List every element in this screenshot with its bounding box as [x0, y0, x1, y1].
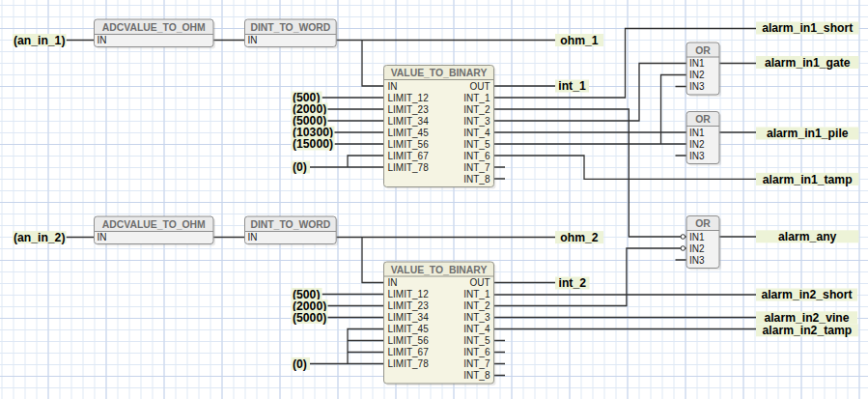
- svg-text:IN1: IN1: [689, 128, 705, 138]
- svg-text:OUT: OUT: [469, 81, 490, 92]
- svg-text:IN3: IN3: [689, 151, 705, 161]
- svg-text:alarm_in1_pile: alarm_in1_pile: [767, 127, 849, 140]
- svg-text:(5000): (5000): [293, 311, 326, 325]
- svg-text:int_1: int_1: [558, 79, 586, 93]
- svg-text:(0): (0): [293, 160, 307, 174]
- svg-text:OR: OR: [695, 114, 711, 125]
- svg-text:LIMIT_12: LIMIT_12: [388, 93, 430, 103]
- svg-text:LIMIT_45: LIMIT_45: [388, 128, 430, 138]
- svg-text:INT_6: INT_6: [463, 347, 490, 357]
- svg-text:IN2: IN2: [689, 243, 705, 254]
- svg-text:IN3: IN3: [689, 255, 705, 266]
- svg-text:LIMIT_34: LIMIT_34: [388, 312, 430, 323]
- svg-text:VALUE_TO_BINARY: VALUE_TO_BINARY: [391, 68, 488, 78]
- svg-text:INT_1: INT_1: [463, 93, 490, 103]
- svg-text:INT_4: INT_4: [463, 324, 490, 334]
- svg-text:INT_8: INT_8: [463, 370, 490, 381]
- svg-text:(15000): (15000): [293, 137, 333, 151]
- svg-text:OR: OR: [695, 218, 711, 229]
- svg-text:ADCVALUE_TO_OHM: ADCVALUE_TO_OHM: [102, 22, 206, 33]
- svg-text:ohm_2: ohm_2: [560, 231, 599, 244]
- svg-text:alarm_in1_short: alarm_in1_short: [762, 21, 853, 35]
- svg-text:IN: IN: [98, 35, 107, 45]
- svg-text:LIMIT_56: LIMIT_56: [388, 139, 430, 150]
- svg-text:(an_in_1): (an_in_1): [14, 34, 66, 47]
- svg-text:LIMIT_67: LIMIT_67: [388, 347, 430, 357]
- svg-text:LIMIT_78: LIMIT_78: [388, 358, 430, 369]
- svg-text:IN2: IN2: [689, 70, 705, 80]
- svg-text:IN2: IN2: [689, 139, 705, 150]
- svg-text:LIMIT_78: LIMIT_78: [388, 162, 430, 173]
- svg-text:alarm_in2_tamp: alarm_in2_tamp: [762, 324, 852, 337]
- svg-text:IN1: IN1: [689, 58, 705, 69]
- svg-text:LIMIT_34: LIMIT_34: [388, 116, 430, 127]
- svg-text:IN: IN: [388, 277, 398, 288]
- svg-text:INT_8: INT_8: [463, 174, 490, 185]
- svg-text:INT_7: INT_7: [463, 358, 490, 369]
- svg-text:(0): (0): [293, 357, 307, 371]
- svg-text:IN: IN: [248, 35, 258, 45]
- svg-text:VALUE_TO_BINARY: VALUE_TO_BINARY: [391, 265, 488, 275]
- svg-text:alarm_any: alarm_any: [778, 230, 837, 243]
- svg-text:DINT_TO_WORD: DINT_TO_WORD: [250, 219, 330, 230]
- svg-text:INT_4: INT_4: [463, 128, 490, 138]
- svg-text:alarm_in2_vine: alarm_in2_vine: [764, 311, 849, 325]
- svg-text:LIMIT_56: LIMIT_56: [388, 335, 430, 346]
- svg-text:ohm_1: ohm_1: [560, 34, 599, 47]
- svg-text:alarm_in2_short: alarm_in2_short: [761, 288, 852, 301]
- svg-text:IN3: IN3: [689, 81, 705, 92]
- svg-text:LIMIT_67: LIMIT_67: [388, 151, 430, 161]
- svg-text:INT_2: INT_2: [463, 300, 490, 311]
- svg-text:INT_3: INT_3: [463, 312, 490, 323]
- svg-text:OR: OR: [695, 45, 711, 56]
- svg-text:int_2: int_2: [559, 276, 587, 290]
- svg-text:INT_6: INT_6: [463, 151, 490, 161]
- svg-text:IN: IN: [98, 232, 107, 242]
- svg-text:OUT: OUT: [469, 277, 490, 288]
- svg-text:DINT_TO_WORD: DINT_TO_WORD: [250, 22, 330, 33]
- svg-text:ADCVALUE_TO_OHM: ADCVALUE_TO_OHM: [102, 219, 206, 230]
- svg-text:INT_3: INT_3: [463, 116, 490, 127]
- svg-text:IN: IN: [248, 232, 258, 242]
- svg-text:alarm_in1_gate: alarm_in1_gate: [765, 56, 851, 70]
- svg-text:IN1: IN1: [689, 232, 705, 242]
- svg-text:INT_1: INT_1: [463, 289, 490, 299]
- svg-text:(an_in_2): (an_in_2): [14, 231, 66, 244]
- svg-text:INT_5: INT_5: [463, 139, 490, 150]
- svg-text:IN: IN: [388, 81, 398, 92]
- svg-text:LIMIT_23: LIMIT_23: [388, 300, 430, 311]
- svg-text:LIMIT_23: LIMIT_23: [388, 104, 430, 115]
- svg-text:INT_7: INT_7: [463, 162, 490, 173]
- svg-text:LIMIT_12: LIMIT_12: [388, 289, 430, 299]
- svg-text:LIMIT_45: LIMIT_45: [388, 324, 430, 334]
- svg-text:INT_5: INT_5: [463, 335, 490, 346]
- svg-text:INT_2: INT_2: [463, 104, 490, 115]
- svg-text:alarm_in1_tamp: alarm_in1_tamp: [763, 173, 853, 186]
